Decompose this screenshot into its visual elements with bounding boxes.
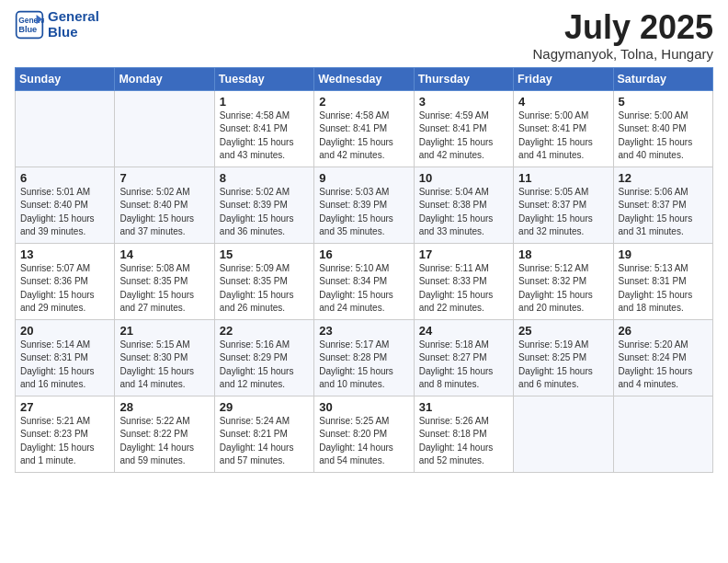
calendar-cell: 31Sunrise: 5:26 AM Sunset: 8:18 PM Dayli… — [414, 396, 513, 472]
day-number: 5 — [619, 95, 708, 109]
calendar-week-row: 20Sunrise: 5:14 AM Sunset: 8:31 PM Dayli… — [16, 319, 713, 396]
day-number: 20 — [20, 324, 109, 338]
calendar-cell: 25Sunrise: 5:19 AM Sunset: 8:25 PM Dayli… — [514, 319, 613, 396]
weekday-header: Sunday — [16, 67, 115, 90]
page: General Blue General Blue July 2025 Nagy… — [0, 0, 728, 563]
day-number: 8 — [220, 171, 309, 185]
weekday-header: Tuesday — [214, 67, 313, 90]
calendar-cell: 17Sunrise: 5:11 AM Sunset: 8:33 PM Dayli… — [414, 243, 513, 319]
calendar-cell: 14Sunrise: 5:08 AM Sunset: 8:35 PM Dayli… — [115, 243, 214, 319]
weekday-header: Saturday — [613, 67, 712, 90]
calendar-cell: 9Sunrise: 5:03 AM Sunset: 8:39 PM Daylig… — [314, 167, 414, 243]
calendar-body: 1Sunrise: 4:58 AM Sunset: 8:41 PM Daylig… — [16, 90, 713, 472]
day-info: Sunrise: 5:04 AM Sunset: 8:38 PM Dayligh… — [419, 187, 494, 237]
calendar-cell — [115, 90, 214, 167]
calendar-cell: 5Sunrise: 5:00 AM Sunset: 8:40 PM Daylig… — [613, 90, 712, 167]
calendar-header: SundayMondayTuesdayWednesdayThursdayFrid… — [16, 67, 713, 90]
day-number: 12 — [619, 171, 708, 185]
calendar-cell: 13Sunrise: 5:07 AM Sunset: 8:36 PM Dayli… — [16, 243, 115, 319]
day-info: Sunrise: 5:19 AM Sunset: 8:25 PM Dayligh… — [518, 339, 593, 390]
day-number: 23 — [319, 324, 408, 338]
day-number: 28 — [119, 400, 209, 414]
day-info: Sunrise: 5:24 AM Sunset: 8:21 PM Dayligh… — [220, 416, 294, 466]
calendar-cell: 3Sunrise: 4:59 AM Sunset: 8:41 PM Daylig… — [414, 90, 513, 167]
day-info: Sunrise: 5:20 AM Sunset: 8:24 PM Dayligh… — [619, 339, 693, 390]
calendar-cell: 30Sunrise: 5:25 AM Sunset: 8:20 PM Dayli… — [314, 396, 414, 472]
day-info: Sunrise: 5:09 AM Sunset: 8:35 PM Dayligh… — [220, 263, 294, 314]
day-info: Sunrise: 4:59 AM Sunset: 8:41 PM Dayligh… — [419, 110, 494, 161]
calendar-cell — [16, 90, 115, 167]
calendar-cell: 6Sunrise: 5:01 AM Sunset: 8:40 PM Daylig… — [16, 167, 115, 243]
day-info: Sunrise: 5:00 AM Sunset: 8:41 PM Dayligh… — [518, 110, 593, 161]
day-info: Sunrise: 5:07 AM Sunset: 8:36 PM Dayligh… — [20, 263, 95, 314]
calendar-week-row: 27Sunrise: 5:21 AM Sunset: 8:23 PM Dayli… — [16, 396, 713, 472]
day-info: Sunrise: 4:58 AM Sunset: 8:41 PM Dayligh… — [220, 110, 294, 161]
day-info: Sunrise: 5:02 AM Sunset: 8:40 PM Dayligh… — [119, 187, 194, 237]
day-number: 26 — [619, 324, 708, 338]
day-number: 7 — [119, 171, 209, 185]
calendar-cell: 22Sunrise: 5:16 AM Sunset: 8:29 PM Dayli… — [214, 319, 313, 396]
day-info: Sunrise: 5:22 AM Sunset: 8:22 PM Dayligh… — [119, 416, 194, 466]
day-info: Sunrise: 5:12 AM Sunset: 8:32 PM Dayligh… — [518, 263, 593, 314]
day-number: 17 — [419, 247, 508, 261]
day-number: 27 — [20, 400, 109, 414]
calendar-cell: 7Sunrise: 5:02 AM Sunset: 8:40 PM Daylig… — [115, 167, 214, 243]
calendar-cell — [514, 396, 613, 472]
month-title: July 2025 — [533, 9, 714, 46]
day-info: Sunrise: 5:05 AM Sunset: 8:37 PM Dayligh… — [518, 187, 593, 237]
calendar-cell: 12Sunrise: 5:06 AM Sunset: 8:37 PM Dayli… — [613, 167, 712, 243]
calendar-cell: 20Sunrise: 5:14 AM Sunset: 8:31 PM Dayli… — [16, 319, 115, 396]
calendar-cell: 15Sunrise: 5:09 AM Sunset: 8:35 PM Dayli… — [214, 243, 313, 319]
day-info: Sunrise: 5:11 AM Sunset: 8:33 PM Dayligh… — [419, 263, 494, 314]
day-info: Sunrise: 5:25 AM Sunset: 8:20 PM Dayligh… — [319, 416, 393, 466]
day-number: 19 — [619, 247, 708, 261]
calendar-cell: 27Sunrise: 5:21 AM Sunset: 8:23 PM Dayli… — [16, 396, 115, 472]
calendar-cell: 19Sunrise: 5:13 AM Sunset: 8:31 PM Dayli… — [613, 243, 712, 319]
day-number: 6 — [20, 171, 109, 185]
title-block: July 2025 Nagymanyok, Tolna, Hungary — [533, 9, 714, 62]
calendar-cell: 23Sunrise: 5:17 AM Sunset: 8:28 PM Dayli… — [314, 319, 414, 396]
day-info: Sunrise: 5:13 AM Sunset: 8:31 PM Dayligh… — [619, 263, 693, 314]
svg-text:Blue: Blue — [18, 25, 37, 34]
day-number: 29 — [220, 400, 309, 414]
logo-line1: General — [48, 9, 99, 25]
day-number: 31 — [419, 400, 508, 414]
calendar-cell: 2Sunrise: 4:58 AM Sunset: 8:41 PM Daylig… — [314, 90, 414, 167]
day-number: 24 — [419, 324, 508, 338]
weekday-header: Wednesday — [314, 67, 414, 90]
logo-line2: Blue — [48, 25, 99, 40]
day-info: Sunrise: 5:08 AM Sunset: 8:35 PM Dayligh… — [119, 263, 194, 314]
calendar-cell: 8Sunrise: 5:02 AM Sunset: 8:39 PM Daylig… — [214, 167, 313, 243]
day-number: 16 — [319, 247, 408, 261]
calendar-table: SundayMondayTuesdayWednesdayThursdayFrid… — [15, 67, 713, 473]
calendar-cell: 24Sunrise: 5:18 AM Sunset: 8:27 PM Dayli… — [414, 319, 513, 396]
day-number: 22 — [220, 324, 309, 338]
day-info: Sunrise: 5:10 AM Sunset: 8:34 PM Dayligh… — [319, 263, 393, 314]
calendar-cell: 1Sunrise: 4:58 AM Sunset: 8:41 PM Daylig… — [214, 90, 313, 167]
calendar-cell: 4Sunrise: 5:00 AM Sunset: 8:41 PM Daylig… — [514, 90, 613, 167]
calendar-week-row: 1Sunrise: 4:58 AM Sunset: 8:41 PM Daylig… — [16, 90, 713, 167]
day-info: Sunrise: 5:26 AM Sunset: 8:18 PM Dayligh… — [419, 416, 494, 466]
calendar-cell: 29Sunrise: 5:24 AM Sunset: 8:21 PM Dayli… — [214, 396, 313, 472]
day-info: Sunrise: 4:58 AM Sunset: 8:41 PM Dayligh… — [319, 110, 393, 161]
day-number: 15 — [220, 247, 309, 261]
calendar-cell: 18Sunrise: 5:12 AM Sunset: 8:32 PM Dayli… — [514, 243, 613, 319]
day-number: 2 — [319, 95, 408, 109]
day-info: Sunrise: 5:03 AM Sunset: 8:39 PM Dayligh… — [319, 187, 393, 237]
day-info: Sunrise: 5:21 AM Sunset: 8:23 PM Dayligh… — [20, 416, 95, 466]
day-info: Sunrise: 5:01 AM Sunset: 8:40 PM Dayligh… — [20, 187, 95, 237]
day-number: 9 — [319, 171, 408, 185]
day-number: 4 — [518, 95, 608, 109]
logo-icon: General Blue — [15, 10, 44, 40]
calendar-cell: 11Sunrise: 5:05 AM Sunset: 8:37 PM Dayli… — [514, 167, 613, 243]
location-title: Nagymanyok, Tolna, Hungary — [533, 46, 714, 62]
day-number: 25 — [518, 324, 608, 338]
day-info: Sunrise: 5:16 AM Sunset: 8:29 PM Dayligh… — [220, 339, 294, 390]
day-number: 18 — [518, 247, 608, 261]
calendar-week-row: 6Sunrise: 5:01 AM Sunset: 8:40 PM Daylig… — [16, 167, 713, 243]
weekday-header: Thursday — [414, 67, 513, 90]
weekday-header: Friday — [514, 67, 613, 90]
calendar-cell — [613, 396, 712, 472]
day-info: Sunrise: 5:15 AM Sunset: 8:30 PM Dayligh… — [119, 339, 194, 390]
calendar-cell: 26Sunrise: 5:20 AM Sunset: 8:24 PM Dayli… — [613, 319, 712, 396]
